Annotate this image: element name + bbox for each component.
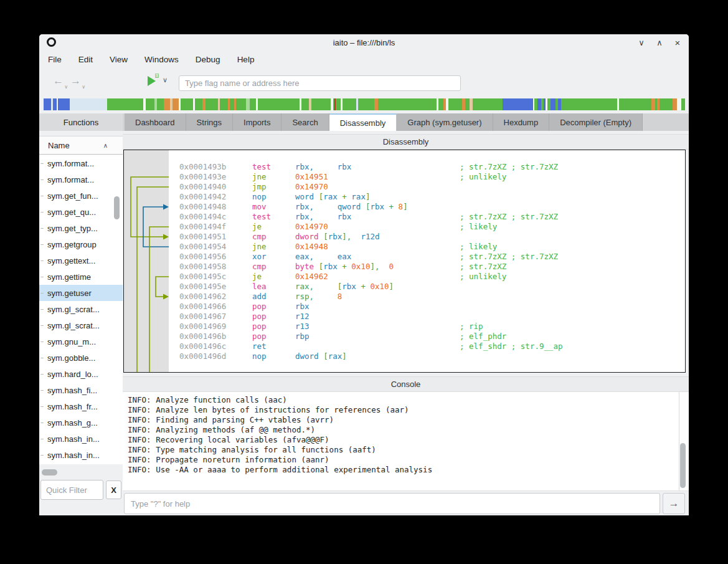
disassembly-view[interactable]: 0x0001493btestrbx, rbx; str.7zXZ ; str.7… bbox=[123, 150, 686, 373]
console-command-input[interactable] bbox=[124, 493, 660, 514]
tab-functions[interactable]: Functions bbox=[39, 113, 123, 131]
operand-token: rbx, bbox=[295, 212, 314, 221]
function-list-item[interactable]: sym.gettext... bbox=[39, 252, 123, 269]
function-list-item[interactable]: sym.hash_in... bbox=[39, 431, 123, 447]
tab-graph-sym-getuser[interactable]: Graph (sym.getuser) bbox=[397, 113, 493, 131]
console-dock-header[interactable]: Console bbox=[123, 376, 689, 392]
operand-token bbox=[314, 262, 319, 271]
function-list-item[interactable]: sym.format... bbox=[39, 155, 123, 171]
function-list-item[interactable]: sym.format... bbox=[39, 171, 123, 188]
operand-token: 0 bbox=[389, 262, 394, 271]
maximize-icon[interactable]: ∧ bbox=[655, 38, 664, 47]
disassembly-row[interactable]: 0x00014958cmpbyte [rbx + 0x10], 0; str.7… bbox=[124, 262, 685, 272]
debug-dropdown-icon[interactable]: ∨ bbox=[163, 76, 168, 84]
tab-hexdump[interactable]: Hexdump bbox=[493, 113, 550, 131]
function-list-item[interactable]: sym.get_typ... bbox=[39, 220, 123, 236]
menu-help[interactable]: Help bbox=[237, 55, 255, 64]
console-scrollbar-thumb[interactable] bbox=[680, 443, 686, 488]
tree-branch-tick bbox=[40, 325, 44, 326]
tab-search[interactable]: Search bbox=[281, 113, 329, 131]
console-output[interactable]: INFO: Analyze function calls (aac)INFO: … bbox=[123, 392, 689, 491]
disassembly-row[interactable]: 0x00014942nopword [rax + rax] bbox=[124, 192, 685, 202]
function-name: sym.gettime bbox=[47, 272, 91, 282]
forward-button[interactable]: → ∨ bbox=[70, 75, 81, 87]
console-send-button[interactable]: → bbox=[663, 493, 685, 514]
function-list-item[interactable]: sym.gl_scrat... bbox=[39, 317, 123, 333]
function-list-item[interactable]: sym.gl_scrat... bbox=[39, 301, 123, 317]
console-scrollbar-track[interactable] bbox=[679, 392, 687, 490]
tab-disassembly[interactable]: Disassembly bbox=[329, 113, 397, 131]
functions-vertical-scrollbar[interactable] bbox=[114, 196, 120, 219]
operand-token: 0x14970 bbox=[295, 222, 328, 231]
quick-filter-clear-button[interactable]: X bbox=[106, 480, 121, 499]
disassembly-row[interactable]: 0x0001496dnopdword [rax] bbox=[124, 351, 685, 361]
memory-map-bar[interactable] bbox=[44, 98, 685, 110]
operand-token bbox=[314, 212, 338, 221]
disassembly-row[interactable]: 0x00014956xoreax, eax; str.7zXZ ; str.7z… bbox=[124, 252, 685, 262]
tab-decompiler-empty[interactable]: Decompiler (Empty) bbox=[549, 113, 643, 131]
disassembly-row[interactable]: 0x00014967popr12 bbox=[124, 312, 685, 322]
mnemonic: je bbox=[252, 272, 295, 282]
function-list-item[interactable]: sym.hash_g... bbox=[39, 414, 123, 431]
console-line: INFO: Finding and parsing C++ vtables (a… bbox=[128, 415, 689, 425]
disassembly-row[interactable]: 0x0001493ejne0x14951; unlikely bbox=[124, 172, 685, 182]
tab-dashboard[interactable]: Dashboard bbox=[125, 113, 186, 131]
address-search-input[interactable] bbox=[179, 75, 461, 91]
disassembly-row[interactable]: 0x00014951cmpdword [rbx], r12d bbox=[124, 232, 685, 242]
disassembly-row[interactable]: 0x0001495elearax, [rbx + 0x10] bbox=[124, 282, 685, 292]
debug-start-button[interactable]: D bbox=[146, 75, 158, 87]
function-name: sym.gettext... bbox=[47, 256, 95, 265]
disassembly-row[interactable]: 0x0001496cret; elf_shdr ; str.9__ap bbox=[124, 342, 685, 351]
menu-debug[interactable]: Debug bbox=[196, 55, 220, 64]
close-icon[interactable]: × bbox=[673, 37, 683, 48]
disassembly-row[interactable]: 0x00014948movrbx, qword [rbx + 8] bbox=[124, 202, 685, 212]
disassembly-row[interactable]: 0x00014954jne0x14948; likely bbox=[124, 242, 685, 252]
debug-badge: D bbox=[155, 74, 159, 78]
function-list-item[interactable]: sym.hash_in... bbox=[39, 447, 123, 463]
titlebar[interactable]: iaito – file:///bin/ls ∨ ∧ × bbox=[39, 34, 689, 50]
operand-token bbox=[314, 282, 338, 291]
disassembly-row[interactable]: 0x0001494ctestrbx, rbx; str.7zXZ ; str.7… bbox=[124, 212, 685, 222]
disassembly-row[interactable]: 0x00014966poprbx bbox=[124, 302, 685, 312]
mnemonic: mov bbox=[252, 202, 295, 212]
instruction-address: 0x0001495e bbox=[179, 282, 252, 292]
menu-edit[interactable]: Edit bbox=[78, 55, 93, 64]
function-list-item[interactable]: sym.get_fun... bbox=[39, 188, 123, 204]
disassembly-row[interactable]: 0x0001496bpoprbp; elf_phdr bbox=[124, 332, 685, 342]
functions-horizontal-scrollbar[interactable] bbox=[42, 469, 57, 476]
function-list-item[interactable]: sym.getgroup bbox=[39, 236, 123, 252]
function-list-item[interactable]: sym.getuser bbox=[39, 285, 123, 301]
function-list-item[interactable]: sym.gnu_m... bbox=[39, 333, 123, 350]
function-list-item[interactable]: sym.hash_fi... bbox=[39, 382, 123, 398]
disassembly-dock-header[interactable]: Disassembly bbox=[123, 134, 689, 150]
menu-view[interactable]: View bbox=[110, 55, 128, 64]
disassembly-row[interactable]: 0x00014962addrsp, 8 bbox=[124, 292, 685, 302]
tree-branch-tick bbox=[40, 212, 44, 213]
function-list-item[interactable]: sym.get_qu... bbox=[39, 204, 123, 220]
functions-column-header[interactable]: Name ∧ bbox=[39, 136, 123, 155]
tab-bar: Functions DashboardStringsImportsSearchD… bbox=[39, 113, 689, 131]
disassembly-row[interactable]: 0x00014969popr13; rip bbox=[124, 322, 685, 332]
menu-windows[interactable]: Windows bbox=[144, 55, 179, 64]
function-list-item[interactable]: sym.hash_fr... bbox=[39, 398, 123, 414]
function-list-item[interactable]: sym.gettime bbox=[39, 269, 123, 285]
back-button[interactable]: ← ∨ bbox=[53, 75, 64, 87]
function-list-item[interactable]: sym.hard_lo... bbox=[39, 366, 123, 382]
disassembly-row[interactable]: 0x0001495cje0x14962; unlikely bbox=[124, 272, 685, 282]
operand-token: eax, bbox=[295, 252, 314, 261]
disassembly-row[interactable]: 0x0001493btestrbx, rbx; str.7zXZ ; str.7… bbox=[124, 162, 685, 172]
disassembly-row[interactable]: 0x0001494fje0x14970; likely bbox=[124, 222, 685, 232]
quick-filter-input[interactable] bbox=[40, 480, 103, 500]
menu-file[interactable]: File bbox=[48, 55, 62, 64]
tab-strings[interactable]: Strings bbox=[186, 113, 233, 131]
minimize-icon[interactable]: ∨ bbox=[636, 38, 646, 47]
tab-functions-label: Functions bbox=[64, 118, 98, 127]
operand-token: r12 bbox=[295, 312, 310, 321]
tab-imports[interactable]: Imports bbox=[233, 113, 281, 131]
function-list-item[interactable]: sym.gobble... bbox=[39, 350, 123, 366]
comment: ; str.7zXZ bbox=[460, 262, 506, 272]
function-name: sym.getgroup bbox=[47, 240, 97, 249]
operand-token: + bbox=[384, 202, 399, 211]
disassembly-row[interactable]: 0x00014940jmp0x14970 bbox=[124, 182, 685, 192]
main-tabs: DashboardStringsImportsSearchDisassembly… bbox=[125, 113, 643, 131]
